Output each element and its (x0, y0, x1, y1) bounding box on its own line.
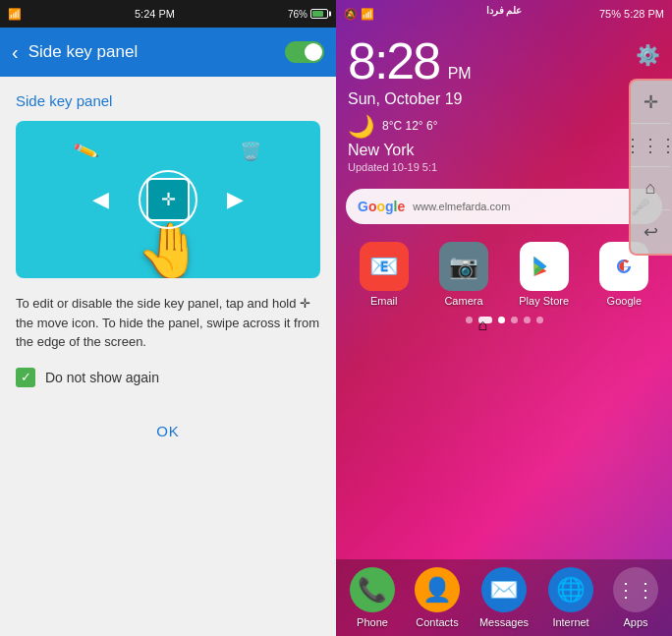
camera-icon: 📷 (439, 242, 488, 291)
ok-button-row: OK (16, 407, 320, 455)
dot-4 (524, 317, 531, 323)
left-header: ‹ Side key panel (0, 28, 336, 77)
contacts-icon: 👤 (415, 567, 460, 612)
notification-icons: 🔕 📶 (344, 8, 374, 21)
clock-time-block: 8:28 PM (348, 35, 472, 87)
apps-icon: ⋮⋮ (613, 567, 658, 612)
google-search-bar[interactable]: Google www.elmefarda.com 🎤 (346, 189, 662, 224)
temp-low: 6° (426, 119, 437, 133)
left-time: 5:24 PM (135, 8, 175, 20)
internet-label: Internet (552, 616, 588, 628)
battery-right: 75% (599, 8, 621, 20)
weather-icon: 🌙 (348, 114, 374, 140)
description-text: To edit or disable the side key panel, t… (16, 294, 320, 352)
clock-ampm: PM (448, 65, 472, 82)
side-panel-overlay: ✛ ⋮⋮⋮ ⌂ ↩ (629, 79, 672, 256)
battery-icon (310, 9, 328, 19)
side-panel-move-btn[interactable]: ✛ (631, 81, 670, 124)
google-logo: Google (358, 199, 405, 214)
phone-icon: 📞 (350, 567, 395, 612)
side-panel-back-btn[interactable]: ↩ (631, 210, 670, 254)
messages-label: Messages (479, 616, 529, 628)
dock-messages[interactable]: ✉️ Messages (479, 567, 529, 628)
watermark: علم فردا (486, 5, 523, 16)
illustration-center: ✛ ◀ ▶ (146, 178, 190, 221)
app-email[interactable]: 📧 Email (360, 242, 409, 307)
weather-row: 🌙 8°C 12° 6° (348, 114, 660, 140)
section-title: Side key panel (16, 92, 320, 109)
dock-contacts[interactable]: 👤 Contacts (415, 567, 460, 628)
back-button[interactable]: ‹ (12, 41, 19, 64)
arrow-left-icon: ◀ (92, 187, 109, 212)
weather-updated: Updated 10-19 5:1 (348, 161, 660, 173)
app-camera[interactable]: 📷 Camera (439, 242, 488, 307)
illustration-box: ✏️ 🗑️ ✛ ◀ ▶ ✋ (16, 121, 320, 278)
clock-weather-section: 8:28 PM ⚙️ Sun, October 19 🌙 8°C 12° 6° … (336, 28, 672, 181)
temp-high: 12° (405, 119, 422, 133)
clock-time: 8:28 (348, 32, 439, 89)
dot-1 (466, 317, 473, 323)
bottom-dock: 📞 Phone 👤 Contacts ✉️ Messages 🌐 Interne… (336, 559, 672, 636)
app-playstore[interactable]: Play Store (519, 242, 569, 307)
settings-icon[interactable]: ⚙️ (636, 43, 660, 67)
checkbox-label: Do not show again (45, 370, 159, 385)
contacts-label: Contacts (416, 616, 458, 628)
temp-display: 8°C 12° 6° (382, 119, 437, 135)
email-label: Email (370, 295, 398, 307)
internet-icon: 🌐 (548, 567, 593, 612)
ok-button[interactable]: OK (133, 415, 203, 447)
status-right: 75% 5:28 PM (599, 8, 664, 20)
weather-city: New York (348, 142, 660, 159)
left-content: Side key panel ✏️ 🗑️ ✛ ◀ ▶ ✋ To edit or … (0, 77, 336, 636)
google-app-label: Google (607, 295, 642, 307)
apps-grid: 📧 Email 📷 Camera Play Store (336, 232, 672, 313)
playstore-icon (520, 242, 569, 291)
side-panel-home-btn[interactable]: ⌂ (631, 167, 670, 210)
clock-row: 8:28 PM ⚙️ (348, 35, 660, 87)
url-display: www.elmefarda.com (413, 201, 623, 212)
camera-label: Camera (444, 295, 482, 307)
do-not-show-row[interactable]: ✓ Do not show again (16, 368, 320, 387)
status-left: 🔕 📶 (344, 8, 374, 21)
weather-temps: 8°C 12° 6° (382, 119, 437, 135)
battery-percent: 76% (288, 9, 308, 20)
side-panel-grid-btn[interactable]: ⋮⋮⋮ (631, 124, 670, 167)
right-time: 5:28 PM (624, 8, 664, 20)
toggle-switch[interactable] (285, 41, 324, 63)
clock-date: Sun, October 19 (348, 90, 660, 108)
header-title: Side key panel (28, 42, 139, 62)
signal-icon: 📶 (8, 8, 22, 21)
trash-icon: 🗑️ (240, 141, 261, 162)
playstore-label: Play Store (519, 295, 569, 307)
widget-icon: ✛ (146, 178, 190, 221)
dock-apps[interactable]: ⋮⋮ Apps (613, 567, 658, 628)
dock-phone[interactable]: 📞 Phone (350, 567, 395, 628)
messages-icon: ✉️ (481, 567, 527, 612)
phone-label: Phone (357, 616, 388, 628)
checkbox-checked[interactable]: ✓ (16, 368, 35, 387)
email-icon: 📧 (360, 242, 409, 291)
arrow-right-icon: ▶ (227, 187, 244, 212)
home-dot: ⌂ (478, 317, 492, 323)
right-status-bar: 🔕 📶 علم فردا 75% 5:28 PM (336, 0, 672, 28)
dot-3 (511, 317, 518, 323)
dot-5 (536, 317, 543, 323)
status-icons: 76% (288, 9, 328, 20)
left-status-bar: 📶 5:24 PM 76% (0, 0, 336, 28)
dock-internet[interactable]: 🌐 Internet (548, 567, 593, 628)
dot-active (498, 317, 505, 323)
left-panel: 📶 5:24 PM 76% ‹ Side key panel Side key … (0, 0, 336, 636)
pencil-icon: ✏️ (72, 138, 99, 165)
right-panel: 🔕 📶 علم فردا 75% 5:28 PM 8:28 PM ⚙️ Sun,… (336, 0, 672, 636)
page-dots: ⌂ (336, 313, 672, 327)
apps-label: Apps (623, 616, 647, 628)
